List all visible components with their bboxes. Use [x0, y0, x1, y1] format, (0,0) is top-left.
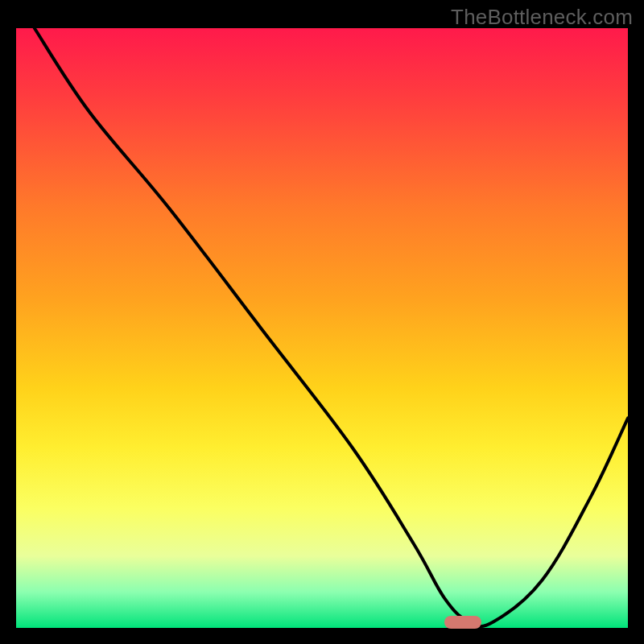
curve-svg: [16, 28, 628, 628]
bottleneck-curve-path: [35, 28, 628, 626]
watermark-text: TheBottleneck.com: [451, 5, 633, 30]
chart-frame: TheBottleneck.com: [0, 0, 644, 644]
optimum-marker: [444, 616, 481, 629]
plot-area: [16, 28, 628, 628]
